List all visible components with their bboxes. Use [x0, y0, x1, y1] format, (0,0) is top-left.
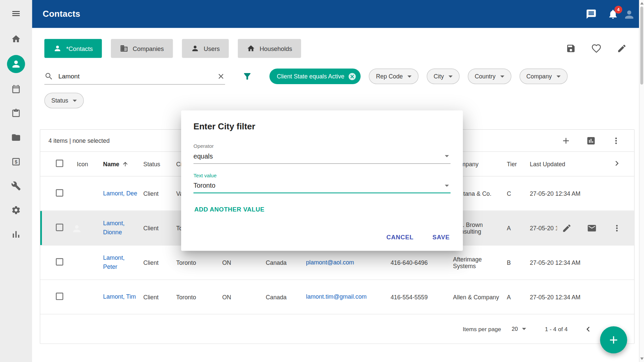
chevron-down-icon [73, 100, 77, 102]
chat-button[interactable] [586, 8, 597, 19]
scroll-columns-right-button[interactable] [612, 159, 622, 168]
save-button[interactable]: SAVE [428, 230, 454, 244]
bar-chart-icon [11, 229, 21, 239]
contact-name-link[interactable]: Lamont, Peter [103, 253, 138, 271]
add-column-button[interactable] [561, 136, 571, 145]
operator-value: equals [194, 153, 213, 160]
chip-label: Company [526, 73, 552, 80]
operator-label: Operator [194, 143, 451, 149]
cancel-button[interactable]: CANCEL [382, 230, 418, 244]
sidebar-item-contacts[interactable] [7, 55, 25, 73]
chip-label: Country [475, 73, 495, 80]
edit-view-button[interactable] [617, 44, 627, 53]
filter-button[interactable] [242, 71, 252, 81]
tab-users[interactable]: Users [182, 39, 229, 58]
selection-summary: 4 items | none selected [48, 137, 109, 144]
row-checkbox[interactable] [56, 258, 63, 265]
cell-country: Canada [260, 294, 301, 300]
column-header-status[interactable]: Status [138, 161, 171, 167]
tab-contacts[interactable]: *Contacts [44, 39, 102, 58]
cell-province: ON [217, 259, 261, 266]
person-icon [191, 44, 199, 52]
cell-city: Toronto [171, 294, 217, 300]
items-per-page-label: Items per page [463, 326, 501, 333]
filter-chip-company[interactable]: Company [519, 68, 567, 84]
menu-icon [11, 9, 21, 18]
favorite-button[interactable] [591, 44, 601, 53]
contact-name-link[interactable]: Lamont, Tim [103, 293, 136, 302]
search-field [44, 68, 225, 84]
filter-chip-rep-code[interactable]: Rep Code [369, 68, 418, 84]
column-header-icon[interactable]: Icon [71, 161, 98, 167]
kebab-icon [611, 136, 621, 145]
sidebar-item-tools[interactable] [8, 178, 24, 194]
operator-select[interactable]: equals [194, 149, 451, 164]
scrollbar-thumb[interactable] [640, 7, 643, 85]
city-filter-dialog: Enter City filter Operator equals Text v… [181, 110, 463, 251]
send-email-button[interactable] [587, 223, 597, 233]
column-header-tier[interactable]: Tier [501, 161, 525, 167]
chat-icon [586, 8, 597, 19]
row-checkbox[interactable] [56, 224, 63, 231]
chevron-down-icon [445, 155, 449, 157]
scroll-up-arrow-icon[interactable] [640, 2, 644, 4]
chart-view-button[interactable] [586, 136, 596, 145]
applied-filter-chip[interactable]: Client State equals Active [269, 68, 361, 84]
column-header-name[interactable]: Name [98, 161, 138, 167]
cell-tier: B [501, 259, 525, 266]
notifications-button[interactable]: 4 [607, 8, 619, 19]
scrollbar[interactable] [639, 0, 644, 362]
cell-status: Client [138, 259, 171, 266]
add-record-fab[interactable]: + [600, 326, 627, 353]
filter-chip-country[interactable]: Country [468, 68, 511, 84]
chevron-down-icon [556, 75, 560, 77]
tab-label: *Contacts [66, 45, 93, 52]
more-options-button[interactable] [611, 136, 621, 145]
home-icon [247, 44, 255, 52]
row-checkbox[interactable] [56, 293, 63, 300]
filter-chip-status[interactable]: Status [44, 93, 84, 109]
notification-badge: 4 [614, 6, 622, 13]
sidebar-nav: $ [0, 31, 32, 243]
page-size-value: 20 [512, 326, 518, 332]
sidebar-item-reports[interactable] [8, 226, 24, 243]
select-all-checkbox[interactable] [56, 160, 63, 167]
sidebar-item-tasks[interactable] [8, 105, 24, 121]
filter-chip-city[interactable]: City [427, 68, 460, 84]
contact-name-link[interactable]: Lamont, Dionne [103, 219, 138, 237]
text-value: Toronto [194, 182, 215, 189]
sidebar-item-settings[interactable] [8, 202, 24, 218]
clear-search-button[interactable] [217, 72, 225, 80]
text-value-select[interactable]: Toronto [194, 179, 451, 193]
cell-last-updated: 27-05-20 12:34 AM [525, 190, 586, 197]
edit-record-button[interactable] [562, 223, 572, 233]
column-header-last-updated[interactable]: Last Updated [525, 161, 586, 167]
scroll-down-arrow-icon[interactable] [640, 358, 644, 360]
menu-button[interactable] [11, 9, 21, 18]
add-another-value-button[interactable]: ADD ANOTHER VALUE [194, 205, 265, 214]
email-link[interactable]: lamont.tim@gmail.com [306, 293, 367, 302]
search-input[interactable] [58, 72, 212, 80]
chevron-left-icon [583, 324, 593, 334]
row-checkbox[interactable] [56, 189, 63, 196]
contact-name-link[interactable]: Lamont, Dee [103, 189, 137, 198]
sidebar-item-documents[interactable] [8, 129, 24, 146]
page-range: 1 - 4 of 4 [545, 326, 568, 333]
sidebar-item-billing[interactable]: $ [8, 154, 24, 170]
save-view-button[interactable] [566, 44, 576, 53]
chip-label: Status [51, 97, 68, 104]
plus-icon [561, 136, 571, 145]
cell-last-updated: 27-05-20 12:34 AM [525, 294, 586, 300]
tab-label: Users [204, 45, 220, 52]
page-size-select[interactable]: 20 [512, 326, 526, 332]
email-link[interactable]: plamont@aol.com [306, 258, 354, 267]
sidebar-item-calendar[interactable] [8, 81, 24, 97]
remove-filter-icon[interactable] [348, 72, 357, 81]
row-more-button[interactable] [612, 223, 622, 233]
tasks-icon [11, 108, 21, 118]
tab-households[interactable]: Households [238, 39, 301, 58]
tab-companies[interactable]: Companies [111, 39, 173, 58]
previous-page-button[interactable] [583, 324, 593, 334]
table-row[interactable]: Lamont, Tim Client Toronto ON Canada lam… [40, 280, 634, 314]
sidebar-item-home[interactable] [8, 31, 24, 47]
